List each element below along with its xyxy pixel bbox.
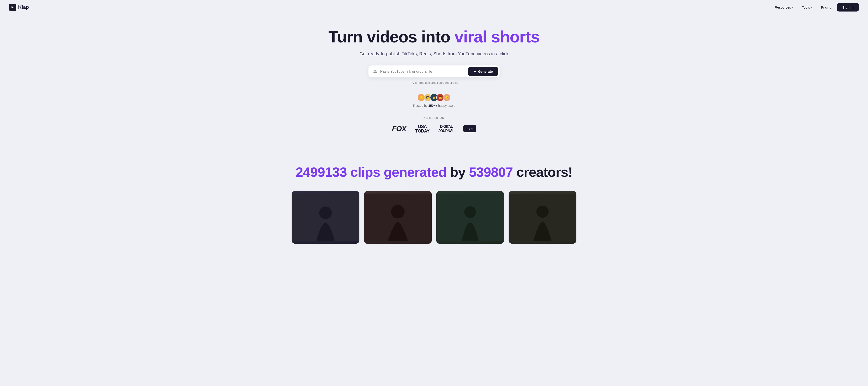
- try-free-text: Try for free (No credit card required).: [4, 81, 864, 84]
- social-proof: 😊 🧑 👩 👨 🙂 Trusted by 350k+ happy users: [4, 94, 864, 107]
- svg-point-8: [464, 206, 476, 218]
- avatars-group: 😊 🧑 👩 👨 🙂: [417, 94, 451, 102]
- avatar: 🙂: [442, 94, 451, 102]
- video-card: [508, 191, 577, 244]
- media-logos: FOX USATODAY DIGITALJOURNAL ncn: [4, 124, 864, 133]
- trusted-count: 350k+: [428, 104, 437, 107]
- resources-nav-link[interactable]: Resources ▾: [771, 4, 797, 11]
- clips-label: clips generated: [347, 165, 450, 180]
- fox-logo: FOX: [392, 125, 406, 133]
- tools-chevron-icon: ▾: [811, 6, 812, 8]
- pricing-nav-link[interactable]: Pricing: [817, 4, 835, 11]
- hero-title: Turn videos into viral shorts: [4, 28, 864, 46]
- as-seen-on-label: AS SEEN ON: [4, 116, 864, 120]
- svg-point-10: [536, 206, 549, 218]
- ncn-logo: ncn: [463, 125, 476, 132]
- logo-text: Klap: [18, 4, 29, 10]
- video-grid: [287, 191, 581, 244]
- video-card: [291, 191, 360, 244]
- hero-section: Turn videos into viral shorts Get ready-…: [0, 14, 868, 156]
- video-card: [364, 191, 432, 244]
- url-input-wrapper: ✦ Generate: [368, 66, 500, 77]
- svg-point-4: [319, 207, 332, 219]
- stats-section: 2499133 clips generated by 539807 creato…: [0, 156, 868, 191]
- creators-count: 539807: [469, 165, 513, 180]
- digital-journal-logo: DIGITALJOURNAL: [438, 125, 454, 133]
- creators-label: creators!: [513, 165, 572, 180]
- resources-chevron-icon: ▾: [792, 6, 793, 8]
- tools-nav-link[interactable]: Tools ▾: [798, 4, 815, 11]
- stats-text: 2499133 clips generated by 539807 creato…: [4, 165, 864, 180]
- hero-subtitle: Get ready-to-publish TikToks, Reels, Sho…: [4, 51, 864, 57]
- usa-today-logo: USATODAY: [415, 124, 430, 133]
- hero-title-highlight: viral shorts: [455, 28, 539, 46]
- video-card: [436, 191, 504, 244]
- youtube-url-input[interactable]: [380, 70, 468, 74]
- logo[interactable]: Klap: [9, 4, 29, 11]
- trusted-text: Trusted by 350k+ happy users: [412, 104, 455, 107]
- trusted-suffix: happy users: [437, 104, 455, 107]
- hero-title-part1: Turn videos into: [329, 28, 455, 46]
- generate-icon: ✦: [473, 70, 476, 73]
- by-label: by: [450, 165, 469, 180]
- generate-label: Generate: [478, 70, 493, 73]
- upload-icon: [373, 69, 377, 74]
- navbar: Klap Resources ▾ Tools ▾ Pricing Sign in: [0, 0, 868, 14]
- clips-count: 2499133: [296, 165, 347, 180]
- signin-button[interactable]: Sign in: [837, 3, 859, 11]
- as-seen-on-section: AS SEEN ON FOX USATODAY DIGITALJOURNAL n…: [4, 116, 864, 133]
- logo-icon: [9, 4, 16, 11]
- svg-point-6: [391, 205, 405, 218]
- nav-links: Resources ▾ Tools ▾ Pricing Sign in: [771, 3, 859, 11]
- generate-button[interactable]: ✦ Generate: [468, 67, 498, 76]
